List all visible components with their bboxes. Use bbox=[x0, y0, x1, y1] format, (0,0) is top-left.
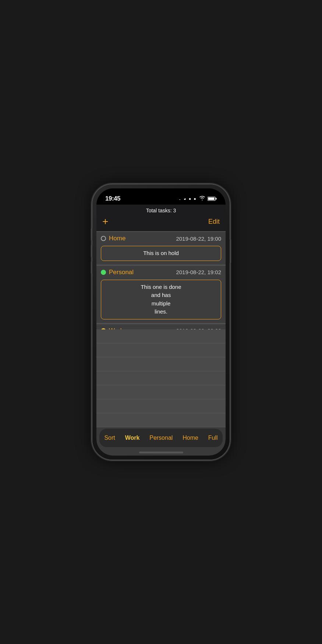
wifi-icon bbox=[199, 195, 205, 202]
add-task-button[interactable]: + bbox=[102, 216, 108, 227]
status-dot-hold bbox=[101, 236, 106, 241]
battery-icon bbox=[208, 197, 217, 201]
tab-bar: Sort Work Personal Home Full bbox=[99, 429, 223, 447]
empty-list-area bbox=[96, 329, 226, 428]
task-header: Home 2019-08-22, 19:00 bbox=[96, 232, 226, 244]
tab-personal[interactable]: Personal bbox=[146, 433, 176, 443]
task-header: Work 2019-08-22, 20:00 bbox=[96, 324, 226, 329]
empty-row bbox=[96, 385, 226, 399]
task-row[interactable]: Personal 2019-08-22, 19:02 This one is d… bbox=[96, 265, 226, 323]
phone-screen: 19:45 ● ● ● ● bbox=[96, 188, 226, 456]
task-row[interactable]: Work 2019-08-22, 20:00 Tell me what to d… bbox=[96, 324, 226, 329]
power-button[interactable] bbox=[230, 239, 231, 263]
category-label: Personal bbox=[109, 269, 134, 276]
task-datetime: 2019-08-22, 19:02 bbox=[176, 269, 221, 275]
category-label: Home bbox=[109, 235, 125, 242]
header: Total tasks: 3 + Edit bbox=[96, 205, 226, 231]
task-body: This is on hold bbox=[96, 244, 226, 265]
mute-button[interactable] bbox=[91, 261, 92, 274]
screen-content: Total tasks: 3 + Edit Home 2019-08-22, 1… bbox=[96, 205, 226, 456]
status-dot-done bbox=[101, 270, 106, 275]
header-actions: + Edit bbox=[102, 216, 220, 227]
task-list: Home 2019-08-22, 19:00 This is on hold P… bbox=[96, 231, 226, 329]
tab-work[interactable]: Work bbox=[122, 433, 143, 443]
notch bbox=[134, 188, 189, 199]
tab-full[interactable]: Full bbox=[205, 433, 221, 443]
edit-button[interactable]: Edit bbox=[208, 218, 220, 226]
empty-row bbox=[96, 357, 226, 371]
volume-down-button[interactable] bbox=[91, 245, 92, 257]
task-row[interactable]: Home 2019-08-22, 19:00 This is on hold bbox=[96, 231, 226, 265]
home-indicator bbox=[139, 452, 183, 453]
tab-home[interactable]: Home bbox=[180, 433, 201, 443]
tab-sort[interactable]: Sort bbox=[101, 433, 118, 443]
task-header: Personal 2019-08-22, 19:02 bbox=[96, 266, 226, 278]
empty-row bbox=[96, 399, 226, 413]
task-category: Personal bbox=[101, 269, 134, 276]
empty-row bbox=[96, 343, 226, 357]
task-text: This one is doneand hasmultiplelines. bbox=[101, 280, 221, 319]
empty-row bbox=[96, 371, 226, 385]
phone-frame: 19:45 ● ● ● ● bbox=[92, 184, 230, 460]
empty-row bbox=[96, 329, 226, 343]
task-body: This one is doneand hasmultiplelines. bbox=[96, 278, 226, 323]
volume-up-button[interactable] bbox=[91, 228, 92, 241]
task-text: This is on hold bbox=[101, 246, 221, 261]
total-tasks-label: Total tasks: 3 bbox=[102, 208, 220, 213]
status-time: 19:45 bbox=[105, 195, 120, 202]
empty-row bbox=[96, 413, 226, 427]
svg-rect-2 bbox=[216, 198, 217, 200]
task-datetime: 2019-08-22, 19:00 bbox=[176, 236, 221, 242]
svg-rect-1 bbox=[208, 198, 215, 200]
task-category: Home bbox=[101, 235, 125, 242]
